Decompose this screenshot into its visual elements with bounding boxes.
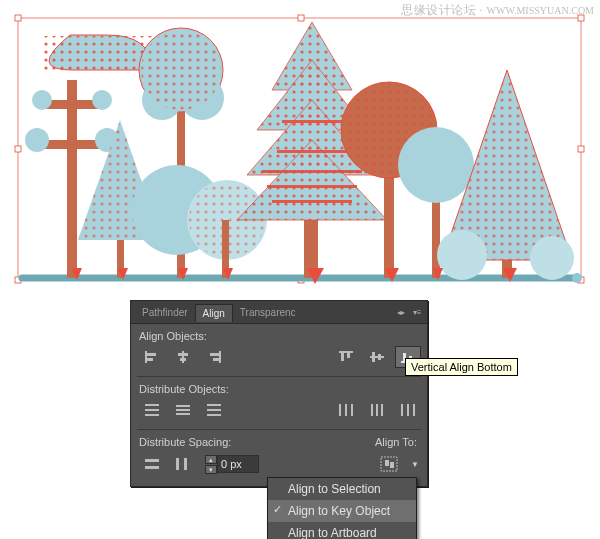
svg-point-50 xyxy=(398,127,474,203)
vertical-align-center-button[interactable] xyxy=(364,346,390,368)
tab-transparency-label: Transparenc xyxy=(240,307,296,318)
horizontal-distribute-right-button[interactable] xyxy=(395,399,421,421)
horizontal-distribute-left-button[interactable] xyxy=(333,399,359,421)
svg-rect-95 xyxy=(376,404,378,416)
horizontal-align-right-button[interactable] xyxy=(201,346,227,368)
spacing-field: ▴ ▾ xyxy=(205,455,259,474)
panel-menu-icon[interactable]: ▾≡ xyxy=(411,306,423,318)
menu-align-to-selection-label: Align to Selection xyxy=(288,482,381,496)
svg-rect-49 xyxy=(432,190,440,278)
svg-rect-101 xyxy=(145,466,159,469)
svg-rect-45 xyxy=(282,120,342,123)
svg-rect-82 xyxy=(145,404,159,406)
menu-align-to-artboard-label: Align to Artboard xyxy=(288,526,377,539)
svg-point-17 xyxy=(25,128,49,152)
svg-rect-67 xyxy=(182,351,184,363)
tooltip-vertical-align-bottom: Vertical Align Bottom xyxy=(405,358,518,376)
svg-rect-94 xyxy=(371,404,373,416)
align-to-menu: Align to Selection Align to Key Object A… xyxy=(267,477,417,539)
align-objects-row xyxy=(131,344,427,376)
menu-align-to-artboard[interactable]: Align to Artboard xyxy=(268,522,416,539)
distribute-spacing-label: Distribute Spacing: xyxy=(131,430,367,450)
svg-rect-43 xyxy=(272,200,352,203)
svg-rect-64 xyxy=(145,351,147,363)
tab-transparency[interactable]: Transparenc xyxy=(233,304,303,321)
align-to-button[interactable]: Align to Selection Align to Key Object A… xyxy=(373,452,405,476)
svg-rect-75 xyxy=(347,353,350,358)
spacing-step-up-icon[interactable]: ▴ xyxy=(205,455,217,464)
svg-rect-69 xyxy=(180,358,186,361)
svg-rect-70 xyxy=(219,351,221,363)
svg-rect-74 xyxy=(341,353,344,361)
svg-point-16 xyxy=(92,90,112,110)
svg-rect-86 xyxy=(176,409,190,411)
menu-align-to-selection[interactable]: Align to Selection xyxy=(268,478,416,500)
align-to-dropdown-icon[interactable]: ▼ xyxy=(409,453,421,475)
horizontal-align-center-button[interactable] xyxy=(170,346,196,368)
align-to-label: Align To: xyxy=(367,430,427,450)
menu-align-to-key-object[interactable]: Align to Key Object xyxy=(268,500,416,522)
tab-align-label: Align xyxy=(203,308,225,319)
distribute-objects-row xyxy=(131,397,427,429)
svg-rect-89 xyxy=(207,409,221,411)
svg-rect-90 xyxy=(207,414,221,416)
svg-rect-100 xyxy=(145,459,159,462)
svg-point-11 xyxy=(572,273,582,283)
svg-rect-3 xyxy=(298,15,304,21)
svg-rect-68 xyxy=(178,353,188,356)
menu-align-to-key-object-label: Align to Key Object xyxy=(288,504,390,518)
svg-rect-97 xyxy=(401,404,403,416)
svg-rect-73 xyxy=(339,351,353,353)
svg-rect-41 xyxy=(262,170,362,173)
svg-rect-66 xyxy=(147,358,153,361)
spacing-step-down-icon[interactable]: ▾ xyxy=(205,465,217,474)
tab-align[interactable]: Align xyxy=(195,304,233,322)
svg-rect-88 xyxy=(207,404,221,406)
svg-rect-6 xyxy=(578,146,584,152)
svg-rect-91 xyxy=(339,404,341,416)
svg-rect-99 xyxy=(413,404,415,416)
svg-rect-98 xyxy=(407,404,409,416)
panel-tab-bar: Pathfinder Align Transparenc ◂▸ ▾≡ xyxy=(131,301,427,324)
horizontal-align-left-button[interactable] xyxy=(139,346,165,368)
svg-rect-65 xyxy=(147,353,156,356)
distribute-objects-label: Distribute Objects: xyxy=(131,377,427,397)
horizontal-distribute-center-button[interactable] xyxy=(364,399,390,421)
vertical-distribute-center-button[interactable] xyxy=(170,399,196,421)
align-objects-label: Align Objects: xyxy=(131,324,427,344)
vertical-distribute-bottom-button[interactable] xyxy=(201,399,227,421)
spacing-input[interactable] xyxy=(217,455,259,473)
svg-rect-2 xyxy=(15,15,21,21)
svg-point-55 xyxy=(530,236,574,280)
distribute-spacing-row: ▴ ▾ Align to Selection Align to Key Obje… xyxy=(131,450,427,486)
svg-rect-106 xyxy=(390,462,394,468)
panel-collapse-icon[interactable]: ◂▸ xyxy=(395,306,407,318)
svg-rect-103 xyxy=(184,458,187,470)
tab-pathfinder[interactable]: Pathfinder xyxy=(135,304,195,321)
align-panel: Pathfinder Align Transparenc ◂▸ ▾≡ Align… xyxy=(130,300,428,487)
svg-rect-93 xyxy=(351,404,353,416)
svg-rect-42 xyxy=(267,185,357,188)
svg-rect-102 xyxy=(176,458,179,470)
svg-rect-77 xyxy=(372,352,375,362)
svg-rect-83 xyxy=(145,409,159,411)
svg-rect-96 xyxy=(381,404,383,416)
tab-pathfinder-label: Pathfinder xyxy=(142,307,188,318)
svg-point-15 xyxy=(32,90,52,110)
svg-rect-19 xyxy=(42,36,152,70)
svg-point-54 xyxy=(437,230,487,280)
svg-rect-4 xyxy=(578,15,584,21)
svg-rect-12 xyxy=(67,80,77,278)
vertical-distribute-top-button[interactable] xyxy=(139,399,165,421)
svg-rect-5 xyxy=(15,146,21,152)
vertical-distribute-space-button[interactable] xyxy=(139,453,165,475)
svg-rect-72 xyxy=(213,358,219,361)
vertical-align-top-button[interactable] xyxy=(333,346,359,368)
svg-rect-85 xyxy=(176,405,190,407)
svg-rect-71 xyxy=(210,353,219,356)
artwork-canvas xyxy=(12,10,587,288)
svg-rect-105 xyxy=(385,460,389,466)
svg-rect-92 xyxy=(345,404,347,416)
svg-rect-87 xyxy=(176,413,190,415)
horizontal-distribute-space-button[interactable] xyxy=(169,453,195,475)
